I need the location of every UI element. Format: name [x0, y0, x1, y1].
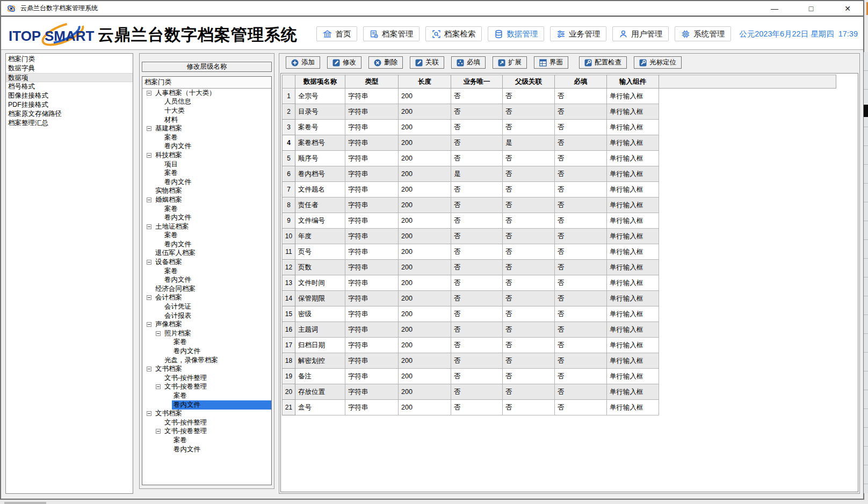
- sidebar-item[interactable]: 档号格式: [6, 82, 133, 91]
- collapse-minus-icon[interactable]: [147, 198, 151, 202]
- tree-item[interactable]: 文书-按卷整理: [142, 427, 271, 436]
- collapse-minus-icon[interactable]: [147, 224, 151, 229]
- tree-item[interactable]: 案卷: [142, 338, 271, 347]
- table-row[interactable]: 18解密划控字符串200否否否单行输入框: [283, 353, 836, 369]
- rename-level-button[interactable]: 修改层级名称: [142, 62, 272, 72]
- table-row[interactable]: 19备注字符串200否否否单行输入框: [283, 369, 836, 384]
- tree-item[interactable]: 卷内文件: [142, 347, 271, 356]
- tree-item[interactable]: 经济合同档案: [142, 284, 271, 294]
- row-number-cell[interactable]: 18: [283, 353, 295, 369]
- table-row[interactable]: 3案卷号字符串200否否否单行输入框: [283, 120, 836, 135]
- row-number-cell[interactable]: 12: [283, 260, 295, 275]
- tree-item[interactable]: 照片档案: [142, 329, 271, 338]
- row-number-cell[interactable]: 13: [283, 275, 295, 291]
- table-row[interactable]: 14保管期限字符串200否否否单行输入框: [283, 291, 836, 306]
- row-number-cell[interactable]: 3: [283, 120, 295, 135]
- column-header[interactable]: 父级关联: [503, 75, 555, 89]
- table-row[interactable]: 7文件题名字符串200否否否单行输入框: [283, 182, 836, 198]
- row-number-cell[interactable]: 9: [283, 213, 295, 229]
- row-number-cell[interactable]: 8: [283, 198, 295, 213]
- maximize-button[interactable]: □: [805, 1, 817, 17]
- collapse-minus-icon[interactable]: [156, 384, 161, 389]
- tree-item[interactable]: 人员信息: [142, 98, 271, 107]
- collapse-minus-icon[interactable]: [147, 260, 151, 265]
- sidebar-item[interactable]: 档案整理汇总: [6, 119, 133, 128]
- nav-search-button[interactable]: 档案检索: [425, 26, 482, 41]
- collapse-minus-icon[interactable]: [156, 429, 161, 434]
- delete-button[interactable]: 删除: [368, 56, 403, 69]
- table-row[interactable]: 13文件时间字符串200否否否单行输入框: [283, 275, 836, 291]
- tree-item[interactable]: 土地证档案: [142, 222, 271, 231]
- column-header[interactable]: 数据项名称: [295, 75, 345, 89]
- tree-item[interactable]: 卷内文件: [142, 400, 271, 410]
- edge-scrollbar[interactable]: [864, 52, 868, 493]
- collapse-minus-icon[interactable]: [147, 322, 151, 327]
- collapse-minus-icon[interactable]: [147, 367, 151, 371]
- nav-chip-button[interactable]: 系统管理: [675, 26, 731, 41]
- tree-item[interactable]: 案卷: [142, 391, 271, 400]
- tree-item[interactable]: 材料: [142, 115, 271, 125]
- row-number-cell[interactable]: 6: [283, 166, 295, 182]
- tree-item[interactable]: 退伍军人档案: [142, 249, 271, 258]
- sidebar-item[interactable]: 数据字典: [6, 64, 133, 73]
- nav-home-button[interactable]: 首页: [316, 26, 357, 41]
- tree-item[interactable]: 卷内文件: [142, 178, 271, 187]
- collapse-minus-icon[interactable]: [147, 295, 151, 300]
- table-row[interactable]: 16主题词字符串200否否否单行输入框: [283, 322, 836, 338]
- column-header[interactable]: 必填: [555, 75, 607, 89]
- table-row[interactable]: 20存放位置字符串200否否否单行输入框: [283, 384, 836, 400]
- tree-item[interactable]: 案卷: [142, 169, 271, 178]
- tree-item[interactable]: 科技档案: [142, 151, 271, 160]
- tree-item[interactable]: 卷内文件: [142, 275, 271, 284]
- tree-item[interactable]: 项目: [142, 160, 271, 169]
- table-row[interactable]: 21盒号字符串200否否否单行输入框: [283, 400, 836, 415]
- row-number-cell[interactable]: 10: [283, 229, 295, 244]
- nav-user-button[interactable]: 用户管理: [612, 26, 669, 41]
- sidebar-item[interactable]: 图像挂接格式: [6, 91, 133, 100]
- tree-item[interactable]: 案卷: [142, 231, 271, 240]
- row-number-cell[interactable]: 15: [283, 306, 295, 322]
- table-row[interactable]: 11页号字符串200否否否单行输入框: [283, 244, 836, 260]
- tree-item[interactable]: 会计档案: [142, 294, 271, 303]
- nav-sliders-button[interactable]: 业务管理: [550, 26, 606, 41]
- required-button[interactable]: 必填: [451, 56, 486, 69]
- row-number-cell[interactable]: 17: [283, 338, 295, 353]
- config-check-button[interactable]: 配置检查: [579, 56, 627, 69]
- row-number-cell[interactable]: 5: [283, 151, 295, 166]
- edge-scrollbar-thumb[interactable]: [864, 105, 868, 117]
- row-number-cell[interactable]: 1: [283, 89, 295, 104]
- column-header[interactable]: 长度: [399, 75, 451, 89]
- tree-item[interactable]: 会计报表: [142, 311, 271, 320]
- row-number-cell[interactable]: 16: [283, 322, 295, 338]
- sidebar-item[interactable]: 档案门类: [6, 55, 133, 64]
- table-row[interactable]: 6卷内档号字符串200是否否单行输入框: [283, 166, 836, 182]
- collapse-minus-icon[interactable]: [147, 126, 151, 131]
- nav-database-button[interactable]: 数据管理: [488, 26, 544, 41]
- tree-item[interactable]: 卷内文件: [142, 142, 271, 151]
- row-number-cell[interactable]: 11: [283, 244, 295, 260]
- sidebar-item[interactable]: 数据项: [6, 73, 133, 82]
- row-number-cell[interactable]: 20: [283, 384, 295, 400]
- table-row[interactable]: 9文件编号字符串200否否否单行输入框: [283, 213, 836, 229]
- row-number-cell[interactable]: 7: [283, 182, 295, 198]
- tree-item[interactable]: 文书档案: [142, 364, 271, 374]
- tree-item[interactable]: 卷内文件: [142, 445, 271, 454]
- table-row[interactable]: 2目录号字符串200否否否单行输入框: [283, 104, 836, 120]
- table-row[interactable]: 4案卷档号字符串200否是否单行输入框: [283, 135, 836, 151]
- table-row[interactable]: 1全宗号字符串200否否否单行输入框: [283, 89, 836, 104]
- tree-item[interactable]: 卷内文件: [142, 240, 271, 249]
- sidebar-item[interactable]: PDF挂接格式: [6, 100, 133, 109]
- tree-item[interactable]: 文书-按件整理: [142, 418, 271, 427]
- table-row[interactable]: 5顺序号字符串200否否否单行输入框: [283, 151, 836, 166]
- table-row[interactable]: 15密级字符串200否否否单行输入框: [283, 306, 836, 322]
- table-row[interactable]: 12页数字符串200否否否单行输入框: [283, 260, 836, 275]
- collapse-minus-icon[interactable]: [147, 153, 151, 158]
- tree-item[interactable]: 光盘，录像带档案: [142, 356, 271, 365]
- table-row[interactable]: 10年度字符串200否否否单行输入框: [283, 229, 836, 244]
- expand-button[interactable]: 扩展: [493, 56, 527, 69]
- collapse-minus-icon[interactable]: [147, 411, 151, 416]
- tree-item[interactable]: 基建档案: [142, 124, 271, 133]
- collapse-minus-icon[interactable]: [147, 91, 151, 96]
- tree-item[interactable]: 文书-按卷整理: [142, 383, 271, 392]
- row-number-cell[interactable]: 19: [283, 369, 295, 384]
